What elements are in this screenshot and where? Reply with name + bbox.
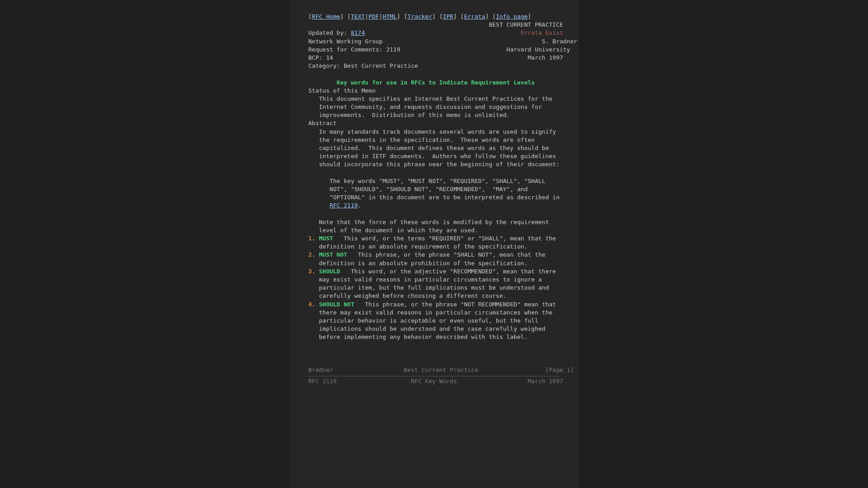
page-head-center: RFC Key Words bbox=[411, 378, 457, 385]
author-name: S. Bradner bbox=[542, 38, 577, 45]
header-line-updated: Updated by: 8174 Errata Exist bbox=[308, 29, 560, 37]
sec-4-l5: before implementing any behavior describ… bbox=[319, 333, 528, 340]
abstract-note-l2: level of the document in which they are … bbox=[319, 227, 478, 234]
link-pdf[interactable]: PDF bbox=[368, 13, 379, 20]
rfc-document-page: [RFC Home] [TEXT|PDF|HTML] [Tracker] [IP… bbox=[289, 0, 579, 488]
header-line-bcp: BEST CURRENT PRACTICE bbox=[308, 21, 560, 29]
header-line-rfcno: Request for Comments: 2119 Harvard Unive… bbox=[308, 46, 560, 54]
sec-4-l1: This phrase, or the phrase "NOT RECOMMEN… bbox=[365, 301, 556, 308]
page-foot-right: [Page 1] bbox=[545, 366, 574, 373]
abstract-note-l1: Note that the force of these words is mo… bbox=[319, 219, 549, 225]
link-info-page[interactable]: Info page bbox=[496, 13, 528, 20]
sec-3-num: 3. bbox=[308, 268, 316, 275]
keywords-period: . bbox=[358, 202, 362, 209]
top-nav-links: [RFC Home] [TEXT|PDF|HTML] [Tracker] [IP… bbox=[308, 13, 560, 21]
page-footer-line: Bradner Best Current Practice [Page 1] bbox=[308, 366, 560, 374]
updated-by-label: Updated by: bbox=[308, 29, 347, 36]
page-head-right: March 1997 bbox=[528, 378, 563, 385]
header-line-nwg: Network Working Group S. Bradner bbox=[308, 38, 560, 46]
sec-3-l4: carefully weighed before choosing a diff… bbox=[319, 292, 506, 299]
sec-4-l3: particular behavior is acceptable or eve… bbox=[319, 317, 538, 324]
status-l1: This document specifies an Internet Best… bbox=[319, 95, 552, 102]
keywords-l3: "OPTIONAL" in this document are to be in… bbox=[330, 194, 560, 201]
link-html[interactable]: HTML bbox=[382, 13, 396, 20]
page-foot-left: Bradner bbox=[308, 366, 333, 373]
status-l3: improvements. Distribution of this memo … bbox=[319, 112, 510, 118]
abstract-heading: Abstract bbox=[308, 119, 560, 127]
sec-3-l2: may exist valid reasons in particular ci… bbox=[319, 276, 542, 283]
link-rfc-8174[interactable]: 8174 bbox=[351, 29, 365, 36]
keywords-l1: The key words "MUST", "MUST NOT", "REQUI… bbox=[330, 178, 545, 184]
link-rfc-2119[interactable]: RFC 2119 bbox=[330, 202, 358, 209]
abstract-l2: the requirements in the specification. T… bbox=[319, 136, 534, 143]
sec-3-l3: particular item, but the full implicatio… bbox=[319, 284, 549, 291]
keyword-must-not: MUST NOT bbox=[319, 251, 347, 258]
publish-date: March 1997 bbox=[528, 54, 563, 61]
link-rfc-home[interactable]: RFC Home bbox=[312, 13, 340, 20]
link-errata[interactable]: Errata bbox=[464, 13, 485, 20]
sec-1-num: 1. bbox=[308, 235, 316, 242]
network-working-group: Network Working Group bbox=[308, 38, 382, 45]
link-tracker[interactable]: Tracker bbox=[407, 13, 432, 20]
sec-2-l2: definition is an absolute prohibition of… bbox=[319, 260, 528, 267]
author-org: Harvard University bbox=[506, 46, 570, 53]
link-ipr[interactable]: IPR bbox=[443, 13, 453, 20]
status-heading: Status of this Memo bbox=[308, 87, 560, 95]
page-head-left: RFC 2119 bbox=[308, 378, 337, 385]
category-line: Category: Best Current Practice bbox=[308, 62, 418, 69]
rfc-number-line: Request for Comments: 2119 bbox=[308, 46, 401, 53]
sec-3-l1: This word, or the adjective "RECOMMENDED… bbox=[351, 268, 556, 275]
keywords-l2: NOT", "SHOULD", "SHOULD NOT", "RECOMMEND… bbox=[330, 186, 528, 192]
sec-2-l1: This phrase, or the phrase "SHALL NOT", … bbox=[358, 251, 546, 258]
abstract-l3: capitalized. This document defines these… bbox=[319, 145, 549, 151]
bcp-number-line: BCP: 14 bbox=[308, 54, 333, 61]
document-title: Key words for use in RFCs to Indicate Re… bbox=[337, 79, 535, 86]
page-header-next: RFC 2119 RFC Key Words March 1997 bbox=[308, 377, 560, 385]
sec-4-l4: implications should be understood and th… bbox=[319, 325, 545, 332]
page-foot-center: Best Current Practice bbox=[404, 366, 478, 373]
header-line-bcpno: BCP: 14 March 1997 bbox=[308, 54, 560, 62]
abstract-l4: interpreted in IETF documents. Authors w… bbox=[319, 153, 556, 160]
sec-4-l2: there may exist valid reasons in particu… bbox=[319, 309, 552, 316]
abstract-l1: In many standards track documents severa… bbox=[319, 128, 556, 135]
sec-1-l1: This word, or the terms "REQUIRED" or "S… bbox=[344, 235, 556, 242]
sec-2-num: 2. bbox=[308, 251, 316, 258]
header-line-category: Category: Best Current Practice bbox=[308, 62, 560, 70]
best-current-practice-label: BEST CURRENT PRACTICE bbox=[489, 21, 563, 28]
errata-exist-label: Errata Exist bbox=[521, 29, 563, 36]
sec-4-num: 4. bbox=[308, 301, 316, 308]
sec-1-l2: definition is an absolute requirement of… bbox=[319, 243, 528, 250]
keyword-should: SHOULD bbox=[319, 268, 340, 275]
keyword-must: MUST bbox=[319, 235, 333, 242]
abstract-l5: should incorporate this phrase near the … bbox=[319, 161, 559, 168]
page-break-rule bbox=[308, 376, 560, 376]
keyword-should-not: SHOULD NOT bbox=[319, 301, 354, 308]
status-l2: Internet Community, and requests discuss… bbox=[319, 103, 542, 110]
link-text[interactable]: TEXT bbox=[351, 13, 365, 20]
